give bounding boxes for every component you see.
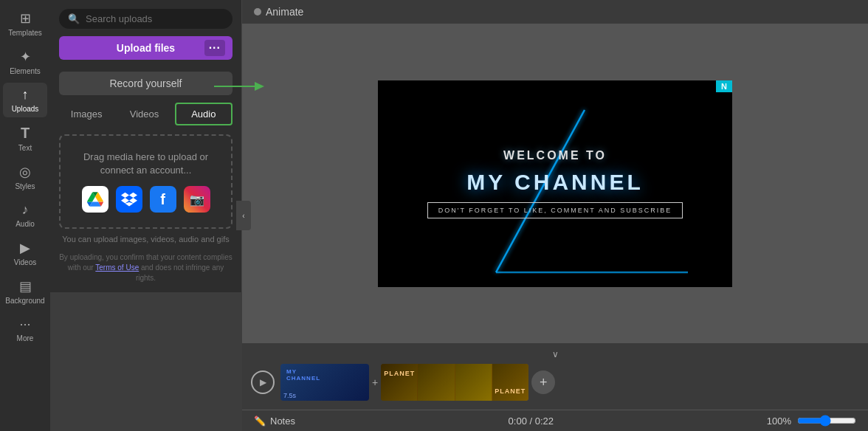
upload-note: You can upload images, videos, audio and…	[59, 235, 232, 244]
sidebar-item-uploads[interactable]: ↑ Uploads	[3, 83, 47, 117]
text-icon: T	[21, 125, 30, 142]
play-icon: ▶	[260, 377, 266, 387]
elements-icon: ✦	[20, 49, 31, 65]
sidebar-item-label: Text	[18, 144, 32, 152]
subscribe-text: DON'T FORGET TO LIKE, COMMENT AND SUBSCR…	[427, 202, 683, 218]
facebook-icon[interactable]: f	[150, 186, 176, 213]
timeline-area: ∨ ▶ 7.5s MYCHANNEL + 15.0s	[242, 342, 868, 410]
arrow-annotation	[214, 77, 266, 98]
canvas-content: WELCOME TO MY CHANNEL DON'T FORGET TO LI…	[378, 80, 732, 287]
dropbox-icon[interactable]	[116, 186, 142, 213]
instagram-icon[interactable]: 📷	[184, 186, 210, 213]
more-icon: ···	[19, 317, 30, 332]
record-yourself-button[interactable]: Record yourself	[59, 72, 232, 95]
sidebar-item-more[interactable]: ··· More	[3, 312, 47, 347]
terms-link[interactable]: Terms of Use	[95, 263, 139, 272]
search-bar: 🔍	[59, 9, 232, 29]
clip1-time-label: 7.5s	[283, 392, 296, 399]
sidebar-item-styles[interactable]: ◎ Styles	[3, 159, 47, 195]
tab-images[interactable]: Images	[59, 103, 114, 125]
upload-files-button[interactable]: Upload files ···	[59, 36, 232, 60]
time-display: 0:00 / 0:22	[509, 416, 554, 427]
timeline-clip-2[interactable]: 15.0s PLANET PLANET	[381, 364, 528, 401]
notes-button[interactable]: ✏️ Notes	[254, 416, 295, 427]
sidebar-item-audio[interactable]: ♪ Audio	[3, 198, 47, 232]
search-icon: 🔍	[68, 13, 80, 24]
search-input[interactable]	[86, 13, 224, 24]
styles-icon: ◎	[19, 164, 31, 180]
timeline-controls: ▶ 7.5s MYCHANNEL + 15.0s PLANET	[242, 361, 868, 405]
zoom-level: 100%	[767, 416, 791, 427]
sidebar-item-label: Background	[5, 297, 44, 305]
provider-icons: f 📷	[82, 186, 210, 213]
tab-videos[interactable]: Videos	[117, 103, 171, 125]
timeline-header: ∨	[242, 348, 868, 361]
sidebar-item-label: Styles	[15, 182, 35, 190]
play-button[interactable]: ▶	[251, 370, 275, 394]
sidebar-item-videos[interactable]: ▶ Videos	[3, 235, 47, 271]
timeline-track: 7.5s MYCHANNEL + 15.0s PLANET	[280, 364, 859, 401]
zoom-control: 100%	[767, 415, 856, 427]
sidebar-item-label: More	[17, 334, 34, 342]
upload-panel: 🔍 Upload files ··· Record yourself	[50, 0, 242, 292]
tab-bar: Images Videos Audio	[59, 103, 232, 125]
sidebar-item-text[interactable]: T Text	[3, 120, 47, 156]
sidebar-item-label: Videos	[14, 258, 36, 266]
current-time: 0:00	[509, 416, 527, 427]
canvas-badge: N	[716, 80, 732, 92]
welcome-text: WELCOME TO	[503, 149, 607, 162]
animate-dot-icon	[254, 8, 261, 15]
timeline-collapse-button[interactable]: ∨	[552, 349, 559, 359]
sidebar-item-templates[interactable]: ⊞ Templates	[3, 6, 47, 41]
canvas-frame[interactable]: N	[378, 80, 732, 287]
drop-zone-text: Drag media here to upload or connect an …	[69, 151, 222, 177]
sidebar: ⊞ Templates ✦ Elements ↑ Uploads T Text …	[0, 0, 50, 431]
videos-icon: ▶	[20, 240, 30, 256]
drop-zone[interactable]: Drag media here to upload or connect an …	[59, 134, 232, 229]
google-drive-icon[interactable]	[82, 186, 108, 213]
background-icon: ▤	[19, 278, 32, 294]
sidebar-item-label: Uploads	[12, 105, 39, 113]
bottom-bar: ✏️ Notes 0:00 / 0:22 100%	[242, 410, 868, 431]
pencil-icon: ✏️	[254, 416, 266, 427]
timeline-clip-1[interactable]: 7.5s MYCHANNEL	[280, 364, 369, 401]
footer-text: By uploading, you confirm that your cont…	[59, 244, 232, 283]
templates-icon: ⊞	[20, 10, 31, 27]
sidebar-item-label: Elements	[10, 67, 41, 75]
animate-label: Animate	[266, 6, 303, 18]
sidebar-item-label: Audio	[16, 220, 35, 228]
notes-label: Notes	[270, 416, 295, 427]
add-clip-button[interactable]: +	[531, 370, 555, 394]
editor-toolbar: Animate	[242, 0, 868, 24]
add-clip-icon: +	[540, 375, 548, 390]
upload-files-label: Upload files	[117, 42, 175, 54]
panel-collapse-button[interactable]: ‹	[236, 201, 251, 230]
total-time: 0:22	[535, 416, 554, 427]
uploads-icon: ↑	[22, 87, 29, 103]
animate-button[interactable]: Animate	[254, 6, 303, 18]
canvas-area: N	[242, 24, 868, 342]
tab-audio[interactable]: Audio	[175, 103, 232, 125]
sidebar-item-label: Templates	[8, 29, 42, 37]
clip-connector: +	[372, 376, 378, 388]
sidebar-item-elements[interactable]: ✦ Elements	[3, 44, 47, 80]
sidebar-item-background[interactable]: ▤ Background	[3, 274, 47, 309]
svg-marker-1	[255, 82, 264, 91]
channel-text: MY CHANNEL	[466, 170, 643, 195]
editor-area: Animate N	[242, 0, 868, 431]
record-yourself-label: Record yourself	[109, 77, 182, 89]
upload-more-button[interactable]: ···	[204, 40, 225, 56]
audio-icon: ♪	[22, 202, 29, 218]
zoom-slider[interactable]	[797, 415, 856, 427]
